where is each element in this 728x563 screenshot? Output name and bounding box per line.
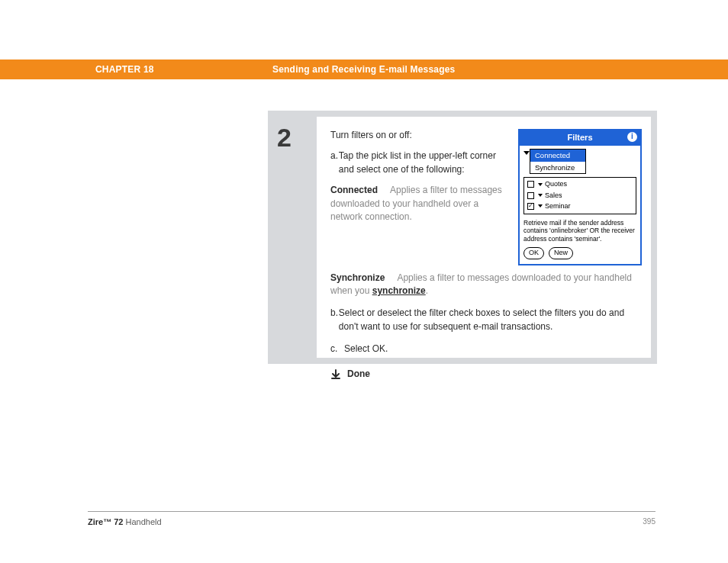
substep-a: a. Tap the pick list in the upper-left c… (330, 150, 511, 176)
synchronize-desc-post: . (426, 285, 428, 296)
filter-label: Sales (545, 191, 562, 201)
triangle-icon (538, 183, 543, 186)
filters-dialog-title-text: Filters (567, 133, 592, 142)
substep-a-letter: a. (330, 150, 339, 176)
triangle-icon (538, 194, 543, 197)
substep-c-text: Select OK. (344, 343, 388, 355)
chapter-title: Sending and Receiving E-mail Messages (272, 64, 455, 75)
substep-a-text: Tap the pick list in the upper-left corn… (339, 150, 511, 176)
filters-picklist: Connected Synchronize (530, 149, 586, 175)
step-container: 2 Turn filters on or off: a. Tap the pic… (268, 111, 657, 364)
triangle-icon (538, 204, 543, 208)
filters-dialog-screenshot: Filters i Connected Synchronize (518, 129, 642, 265)
list-item: Seminar (527, 201, 633, 212)
synchronize-definition: Synchronize Applies a filter to messages… (330, 272, 642, 298)
synchronize-link[interactable]: synchronize (372, 285, 426, 296)
chevron-down-icon (523, 151, 530, 155)
picklist-option-synchronize: Synchronize (530, 162, 585, 174)
filters-checkbox-list: Quotes Sales Seminar (523, 177, 636, 214)
page-footer: Zire™ 72 Handheld 395 (88, 517, 656, 526)
info-icon: i (627, 132, 637, 142)
chapter-label: CHAPTER 18 (95, 64, 272, 75)
list-item: Quotes (527, 179, 633, 190)
footer-rule (88, 511, 656, 512)
done-label: Done (347, 368, 370, 381)
step-number: 2 (274, 117, 317, 358)
picklist-option-connected: Connected (530, 150, 585, 162)
filter-label: Quotes (545, 179, 567, 189)
substep-c-letter: c. (330, 343, 344, 355)
product-name: Zire™ 72 Handheld (88, 517, 162, 526)
substep-c: c. Select OK. (330, 343, 642, 355)
filter-label: Seminar (545, 201, 571, 211)
filters-description-text: Retrieve mail if the sender address cont… (523, 219, 636, 243)
done-arrow-icon (330, 369, 341, 380)
checkbox-checked-icon (527, 203, 534, 210)
substep-b-text: Select or deselect the filter check boxe… (339, 307, 642, 333)
checkbox-icon (527, 192, 534, 199)
connected-term: Connected (330, 185, 378, 195)
step-intro: Turn filters on or off: (330, 129, 511, 142)
step-body: Turn filters on or off: a. Tap the pick … (317, 117, 651, 358)
synchronize-term: Synchronize (330, 272, 385, 283)
filters-dialog-title: Filters i (520, 130, 640, 146)
substep-b-letter: b. (330, 307, 339, 333)
checkbox-icon (527, 181, 534, 188)
connected-definition: Connected Applies a filter to messages d… (330, 184, 511, 224)
substep-b: b. Select or deselect the filter check b… (330, 307, 642, 333)
new-button: New (549, 247, 573, 259)
ok-button: OK (523, 247, 544, 259)
filters-buttons: OK New (523, 247, 636, 259)
done-row: Done (330, 368, 642, 381)
list-item: Sales (527, 191, 633, 201)
chapter-header-bar: CHAPTER 18 Sending and Receiving E-mail … (0, 60, 728, 79)
page-number: 395 (643, 517, 656, 526)
